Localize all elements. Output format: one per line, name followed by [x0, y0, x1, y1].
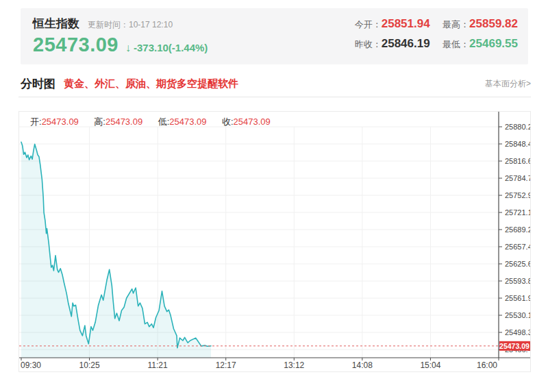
y-tick-label: 25721.12: [505, 208, 530, 217]
y-tick-label: 25530.14: [505, 311, 530, 319]
ohlc-low: 低:25473.09: [158, 117, 207, 127]
y-tick-label: 25816.61: [505, 157, 530, 165]
x-tick-label: 09:30: [21, 360, 41, 370]
y-tick-label: 25498.31: [505, 328, 530, 336]
section-divider: [18, 97, 531, 97]
stat-open-label: 今开：: [355, 19, 382, 29]
current-price: 25473.09: [33, 34, 119, 56]
update-time-label: 更新时间：: [88, 20, 129, 29]
stats-row-2: 昨收：25846.19 最低：25469.55: [355, 37, 518, 51]
ohlc-high-value: 25473.09: [105, 117, 142, 127]
stat-open-value: 25851.94: [382, 17, 430, 30]
stat-low: 最低：25469.55: [443, 38, 518, 49]
ohlc-open-label: 开:: [30, 117, 42, 127]
x-tick-label: 10:25: [79, 360, 100, 370]
y-tick-label: 25625.63: [505, 260, 530, 268]
down-arrow-icon: ↓: [125, 42, 131, 54]
x-tick-label: 12:17: [216, 360, 236, 370]
stat-prev-close-value: 25846.19: [382, 37, 430, 50]
stat-high-label: 最高：: [443, 19, 469, 29]
index-title: 恒生指数: [33, 16, 79, 32]
page: 恒生指数 更新时间：10-17 12:10 25473.09 ↓ -373.10…: [0, 0, 548, 392]
x-tick-label: 13:12: [284, 360, 304, 370]
fundamental-analysis-link[interactable]: 基本面分析>: [485, 78, 531, 90]
x-tick-label: 16:00: [477, 360, 497, 370]
y-tick-label: 25689.29: [505, 225, 530, 234]
x-tick-label: 14:08: [352, 360, 373, 370]
stat-low-label: 最低：: [443, 39, 469, 49]
ohlc-close: 收:25473.09: [222, 117, 271, 127]
intraday-chart-box: 开:25473.09 高:25473.09 低:25473.09 收:25473…: [18, 111, 531, 372]
y-tick-label: 25880.26: [505, 123, 530, 131]
y-tick-label: 25848.44: [505, 140, 530, 148]
x-tick-label: 15:04: [420, 360, 440, 370]
ohlc-row: 开:25473.09 高:25473.09 低:25473.09 收:25473…: [30, 115, 283, 128]
ohlc-high-label: 高:: [94, 117, 105, 127]
stat-low-value: 25469.55: [469, 37, 518, 50]
stat-prev-close: 昨收：25846.19: [355, 38, 430, 49]
section-row: 分时图 黄金、外汇、原油、期货多空提醒软件 基本面分析>: [21, 76, 531, 92]
section-title: 分时图: [21, 76, 55, 92]
quote-main: 恒生指数 更新时间：10-17 12:10 25473.09 ↓ -373.10…: [33, 16, 208, 56]
y-tick-label: 25593.80: [505, 277, 530, 285]
quote-header-card: 恒生指数 更新时间：10-17 12:10 25473.09 ↓ -373.10…: [21, 8, 528, 64]
price-change: -373.10(-1.44%): [134, 42, 208, 53]
quote-stats: 今开：25851.94 最高：25859.82 昨收：25846.19 最低：2…: [355, 17, 518, 57]
y-tick-label: 25784.78: [505, 174, 530, 182]
update-time-value: 10-17 12:10: [129, 20, 173, 29]
y-tick-label: 25752.95: [505, 191, 530, 199]
ohlc-close-label: 收:: [222, 117, 234, 127]
y-tick-label: 25657.46: [505, 243, 530, 251]
intraday-line-chart: 25880.2625848.4425816.6125784.7825752.95…: [19, 112, 530, 371]
ohlc-close-value: 25473.09: [234, 117, 271, 127]
y-tick-label: 25561.97: [505, 294, 530, 302]
ohlc-open: 开:25473.09: [30, 117, 79, 127]
ohlc-high: 高:25473.09: [94, 117, 142, 127]
stat-high: 最高：25859.82: [443, 18, 518, 29]
update-time: 更新时间：10-17 12:10: [88, 19, 173, 31]
stat-open: 今开：25851.94: [355, 18, 430, 29]
ohlc-low-label: 低:: [158, 117, 170, 127]
stat-high-value: 25859.82: [469, 17, 518, 30]
current-price-tag-label: 25473.09: [499, 342, 530, 350]
x-tick-label: 11:21: [148, 360, 168, 370]
stat-prev-close-label: 昨收：: [355, 39, 382, 49]
stats-row-1: 今开：25851.94 最高：25859.82: [355, 17, 518, 31]
ohlc-low-value: 25473.09: [169, 117, 206, 127]
promo-link[interactable]: 黄金、外汇、原油、期货多空提醒软件: [64, 77, 238, 90]
ohlc-open-value: 25473.09: [42, 117, 79, 127]
